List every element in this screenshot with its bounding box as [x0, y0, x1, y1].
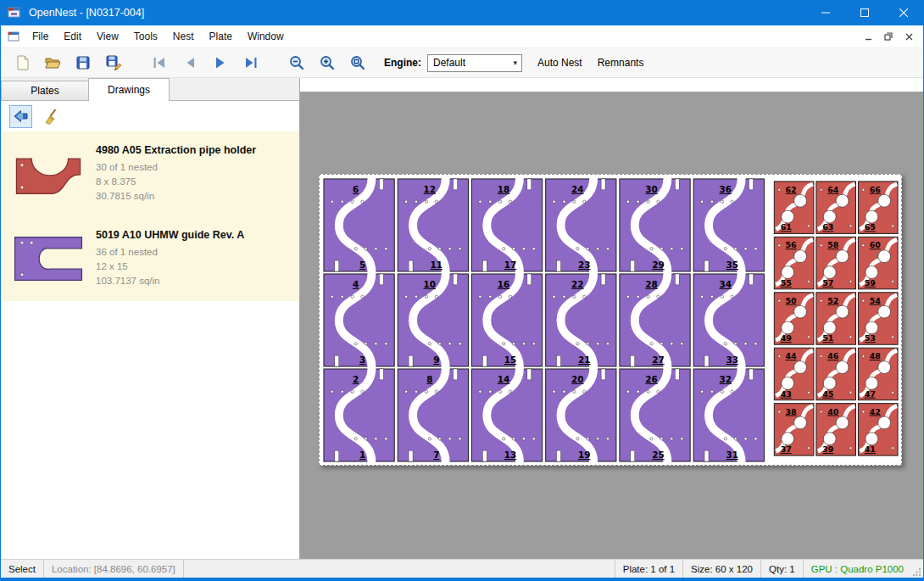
nest-canvas[interactable]: 6512111817242330293635431091615222128273…: [300, 78, 923, 559]
nested-part-pair-purple[interactable]: 2827: [620, 273, 690, 367]
nested-part-pair-red[interactable]: 5857: [816, 237, 856, 288]
svg-text:52: 52: [827, 296, 838, 305]
menu-edit[interactable]: Edit: [56, 27, 89, 46]
next-plate-button[interactable]: [208, 51, 233, 75]
svg-text:50: 50: [786, 296, 798, 305]
chevron-down-icon: ▾: [513, 59, 521, 67]
nested-part-pair-red[interactable]: 4443: [774, 348, 814, 399]
svg-text:1: 1: [359, 450, 365, 460]
nested-part-pair-purple[interactable]: 87: [398, 368, 468, 462]
nested-part-pair-purple[interactable]: 65: [324, 178, 394, 272]
nested-part-pair-purple[interactable]: 3029: [620, 178, 690, 272]
menu-tools[interactable]: Tools: [126, 27, 165, 46]
nested-part-pair-red[interactable]: 5049: [774, 293, 814, 344]
nested-part-pair-purple[interactable]: 109: [398, 273, 468, 367]
menu-nest[interactable]: Nest: [165, 27, 202, 46]
svg-text:40: 40: [827, 407, 839, 416]
drawing-item-5019[interactable]: 5019 A10 UHMW guide Rev. A 36 of 1 neste…: [1, 216, 299, 301]
nested-part-pair-purple[interactable]: 2221: [546, 273, 616, 367]
nested-part-pair-red[interactable]: 4645: [816, 348, 856, 399]
svg-text:25: 25: [652, 450, 664, 460]
nested-part-pair-purple[interactable]: 1817: [471, 178, 542, 272]
nested-part-pair-purple[interactable]: 2019: [546, 368, 616, 462]
nested-part-pair-red[interactable]: 4847: [858, 348, 898, 399]
nested-part-pair-purple[interactable]: 43: [324, 273, 394, 367]
mdi-restore-button[interactable]: [881, 29, 896, 44]
svg-text:10: 10: [424, 279, 436, 289]
close-button[interactable]: [884, 0, 923, 25]
nested-part-pair-red[interactable]: 4039: [816, 404, 856, 455]
menu-window[interactable]: Window: [240, 27, 292, 46]
svg-text:3: 3: [359, 355, 365, 365]
engine-select[interactable]: Default ▾: [427, 54, 522, 72]
svg-text:28: 28: [645, 279, 657, 289]
zoom-out-button[interactable]: [284, 51, 309, 75]
zoom-in-button[interactable]: [314, 51, 340, 75]
auto-nest-button[interactable]: Auto Nest: [537, 57, 582, 69]
drawing-size: 12 x 15: [96, 260, 244, 274]
last-plate-button[interactable]: [238, 51, 264, 75]
titlebar: OpenNest - [N0317-004]: [1, 0, 923, 25]
nested-part-pair-red[interactable]: 6463: [816, 182, 856, 233]
back-arrow-icon: [13, 108, 30, 125]
svg-text:4: 4: [353, 279, 359, 289]
nested-part-pair-purple[interactable]: 3433: [693, 273, 764, 367]
resize-grip[interactable]: [911, 560, 923, 578]
nested-part-pair-purple[interactable]: 2423: [546, 178, 616, 272]
svg-text:39: 39: [822, 444, 833, 454]
nested-part-pair-red[interactable]: 5453: [858, 293, 898, 344]
svg-text:42: 42: [870, 407, 881, 416]
mdi-minimize-button[interactable]: [860, 29, 876, 44]
svg-text:51: 51: [822, 333, 833, 343]
nested-part-pair-purple[interactable]: 1615: [471, 273, 542, 367]
tab-plates[interactable]: Plates: [1, 81, 89, 100]
nested-part-pair-red[interactable]: 6261: [774, 182, 814, 233]
svg-text:21: 21: [578, 355, 590, 365]
nested-part-pair-purple[interactable]: 1413: [471, 368, 542, 462]
nested-part-pair-purple[interactable]: 2625: [620, 368, 690, 462]
nested-part-pair-red[interactable]: 5251: [816, 293, 856, 344]
plate[interactable]: 6512111817242330293635431091615222128273…: [319, 174, 902, 466]
open-button[interactable]: [40, 51, 65, 75]
nested-part-pair-red[interactable]: 4241: [858, 404, 898, 455]
nested-part-pair-purple[interactable]: 3635: [693, 178, 764, 272]
return-part-button[interactable]: [9, 105, 32, 128]
maximize-button[interactable]: [845, 0, 884, 25]
menu-file[interactable]: File: [25, 27, 56, 46]
svg-text:44: 44: [786, 351, 798, 360]
menu-view[interactable]: View: [89, 27, 126, 46]
part-thumbnail-red: [8, 148, 89, 200]
nested-part-pair-red[interactable]: 5655: [774, 237, 814, 288]
menu-plate[interactable]: Plate: [202, 27, 240, 46]
tab-drawings[interactable]: Drawings: [88, 78, 170, 101]
nested-part-pair-purple[interactable]: 3231: [693, 368, 764, 462]
nested-part-pair-purple[interactable]: 1211: [398, 178, 468, 272]
new-button[interactable]: [9, 51, 35, 75]
previous-plate-button[interactable]: [177, 51, 203, 75]
remnants-button[interactable]: Remnants: [598, 57, 644, 69]
nested-part-pair-purple[interactable]: 21: [324, 368, 394, 462]
minimize-button[interactable]: [806, 0, 845, 25]
nested-part-pair-red[interactable]: 3837: [774, 404, 814, 455]
zoom-fit-button[interactable]: [345, 51, 370, 75]
svg-text:55: 55: [781, 278, 792, 288]
window-title: OpenNest - [N0317-004]: [29, 7, 144, 19]
svg-text:45: 45: [822, 389, 833, 399]
drawing-item-4980[interactable]: 4980 A05 Extraction pipe holder 30 of 1 …: [1, 131, 299, 216]
clear-button[interactable]: [40, 105, 63, 128]
nested-part-pair-red[interactable]: 6059: [858, 237, 898, 288]
svg-text:36: 36: [720, 184, 732, 194]
svg-text:30: 30: [645, 184, 657, 194]
mdi-close-button[interactable]: [901, 29, 916, 44]
nested-part-pair-red[interactable]: 6665: [858, 182, 898, 233]
first-plate-button[interactable]: [147, 51, 172, 75]
save-icon: [75, 54, 92, 71]
svg-text:63: 63: [822, 222, 833, 232]
status-plate: Plate: 1 of 1: [615, 560, 682, 578]
save-button[interactable]: [70, 51, 96, 75]
status-qty: Qty: 1: [760, 560, 803, 578]
open-folder-icon: [44, 54, 61, 71]
content-area: Plates Drawings: [1, 78, 923, 559]
engine-selected-value: Default: [433, 57, 465, 69]
save-as-button[interactable]: [101, 51, 126, 75]
